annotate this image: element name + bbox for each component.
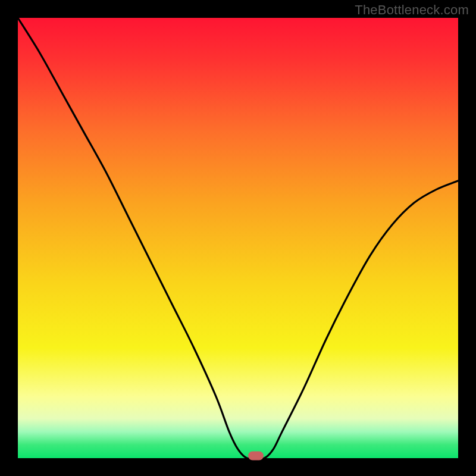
curve-svg xyxy=(18,18,458,458)
watermark-text: TheBottleneck.com xyxy=(355,2,469,18)
plot-area xyxy=(18,18,458,458)
optimal-marker xyxy=(248,452,264,461)
bottleneck-curve xyxy=(18,18,458,458)
chart-frame: TheBottleneck.com xyxy=(0,0,476,476)
